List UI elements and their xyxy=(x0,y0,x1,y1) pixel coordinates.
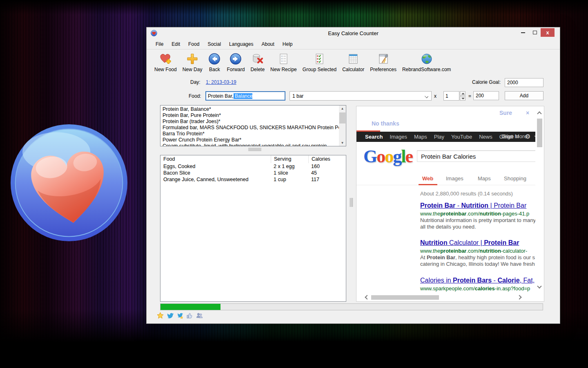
forward-arrow-icon xyxy=(229,52,242,65)
column-header-food[interactable]: Food xyxy=(160,155,271,163)
list-item[interactable]: Barra Trio Protein* xyxy=(163,131,346,137)
close-button[interactable]: x xyxy=(541,28,555,37)
cell-food: Bacon Slice xyxy=(160,170,271,176)
scrollbar-thumb[interactable] xyxy=(371,295,439,300)
gear-icon[interactable]: ⚙ xyxy=(525,133,530,140)
google-search-input[interactable]: Protein Bar Calories xyxy=(417,150,544,162)
tab-shopping[interactable]: Shopping xyxy=(504,175,526,182)
vertical-splitter[interactable] xyxy=(350,198,353,207)
food-table[interactable]: Food Serving Calories Eggs, Cooked 2 x 1… xyxy=(160,155,346,302)
table-row[interactable]: Bacon Slice 1 slice 45 xyxy=(160,170,346,176)
menu-languages[interactable]: Languages xyxy=(225,40,257,49)
sure-link[interactable]: Sure xyxy=(499,110,512,116)
cell-food: Eggs, Cooked xyxy=(160,163,271,170)
stepper-down-button[interactable] xyxy=(460,96,466,101)
result-title-link[interactable]: Protein Bar - Nutrition | Protein Bar xyxy=(420,202,536,209)
new-day-button[interactable]: New Day xyxy=(180,52,205,73)
browser-vertical-scrollbar[interactable] xyxy=(535,106,544,294)
menu-file[interactable]: File xyxy=(151,40,167,49)
menu-food[interactable]: Food xyxy=(184,40,203,49)
calories-input[interactable] xyxy=(473,91,499,100)
tab-web[interactable]: Web xyxy=(422,175,433,182)
heart-app-desktop-icon[interactable] xyxy=(10,123,128,247)
new-food-button[interactable]: New Food xyxy=(151,52,180,73)
rebrandsoftware-button[interactable]: RebrandSoftware.com xyxy=(399,52,454,73)
scrollbar-thumb[interactable] xyxy=(339,112,345,123)
quantity-input[interactable] xyxy=(443,91,459,101)
nav-youtube[interactable]: YouTube xyxy=(451,134,472,140)
toolbar-label: Forward xyxy=(227,67,245,72)
like-icon[interactable] xyxy=(186,312,193,319)
scroll-up-icon[interactable] xyxy=(537,111,541,116)
tab-maps[interactable]: Maps xyxy=(478,175,491,182)
scrollbar-thumb[interactable] xyxy=(537,119,542,147)
nav-images[interactable]: Images xyxy=(390,134,407,140)
no-thanks-link[interactable]: No thanks xyxy=(372,120,399,127)
calorie-goal-input[interactable] xyxy=(505,78,543,87)
menu-help[interactable]: Help xyxy=(278,40,297,49)
food-input[interactable]: Protein Bar, Balance xyxy=(205,91,285,101)
list-item[interactable]: Cream substitute, liquid, with hydrogena… xyxy=(163,143,346,146)
logo-letter: l xyxy=(401,146,405,166)
nav-news[interactable]: News xyxy=(479,134,492,140)
calculator-button[interactable]: Calculator xyxy=(339,52,367,73)
suggestions-listbox[interactable]: Protein Bar, Balance* Protein Bar, Pure … xyxy=(160,105,346,146)
preferences-button[interactable]: Preferences xyxy=(367,52,399,73)
result-title-link[interactable]: Calories in Protein Bars - Calorie, Fat, xyxy=(420,277,535,284)
tab-images[interactable]: Images xyxy=(446,175,463,182)
banner-close-icon[interactable]: × xyxy=(526,110,529,116)
list-item[interactable]: Protein Bar, Balance* xyxy=(163,106,346,112)
twitter-icon[interactable] xyxy=(167,312,174,319)
cell-serving: 1 slice xyxy=(271,170,308,176)
scroll-down-icon[interactable]: ▼ xyxy=(339,140,346,146)
serving-dropdown[interactable]: 1 bar xyxy=(290,91,432,101)
favorites-star-icon[interactable] xyxy=(157,312,164,319)
menu-social[interactable]: Social xyxy=(203,40,225,49)
scroll-up-icon[interactable]: ▲ xyxy=(339,105,346,112)
twitter-follow-icon[interactable] xyxy=(176,312,183,319)
table-row[interactable]: Orange Juice, Canned, Unsweetened 1 cup … xyxy=(160,176,346,183)
nav-search[interactable]: Search xyxy=(365,134,383,140)
list-item[interactable]: Protein Bar (trader Joes)* xyxy=(163,119,346,125)
scroll-down-icon[interactable] xyxy=(537,284,541,288)
group-selected-button[interactable]: Group Selected xyxy=(300,52,339,73)
horizontal-splitter[interactable] xyxy=(248,148,261,151)
menu-edit[interactable]: Edit xyxy=(167,40,184,49)
nav-maps[interactable]: Maps xyxy=(414,134,427,140)
list-item[interactable]: Formulated bar, MARS SNACKFOOD US, SNICK… xyxy=(163,125,346,131)
refer-friends-icon[interactable] xyxy=(196,312,203,319)
result-title-link[interactable]: Nutrition Calculator | Protein Bar xyxy=(420,239,535,247)
progress-fill xyxy=(160,304,220,310)
table-row[interactable]: Eggs, Cooked 2 x 1 egg 160 xyxy=(160,163,346,170)
browser-horizontal-scrollbar[interactable] xyxy=(356,294,535,301)
toolbar-label: RebrandSoftware.com xyxy=(402,67,451,72)
nav-play[interactable]: Play xyxy=(434,134,444,140)
back-arrow-icon xyxy=(208,52,221,65)
toolbar-label: Back xyxy=(209,67,220,72)
titlebar[interactable]: Easy Calorie Counter x xyxy=(147,27,560,39)
delete-button[interactable]: Delete xyxy=(247,52,267,73)
column-header-serving[interactable]: Serving xyxy=(271,155,308,163)
list-item[interactable]: Power Crunch Protein Energy Bar* xyxy=(163,137,346,143)
scroll-left-icon[interactable] xyxy=(365,295,369,299)
maximize-button[interactable] xyxy=(529,28,541,37)
search-result: Protein Bar - Nutrition | Protein Bar ww… xyxy=(420,202,536,230)
minimize-button[interactable] xyxy=(517,28,529,37)
add-button[interactable]: Add xyxy=(505,91,543,100)
stepper-up-button[interactable] xyxy=(460,91,466,96)
day-link[interactable]: 1: 2013-03-19 xyxy=(206,79,236,85)
new-recipe-button[interactable]: New Recipe xyxy=(267,52,300,73)
scroll-right-icon[interactable] xyxy=(517,295,521,299)
forward-button[interactable]: Forward xyxy=(224,52,247,73)
quantity-stepper[interactable] xyxy=(443,91,466,101)
toolbar-label: New Day xyxy=(183,67,203,72)
back-button[interactable]: Back xyxy=(205,52,224,73)
cell-calories: 160 xyxy=(308,163,346,170)
menu-about[interactable]: About xyxy=(257,40,278,49)
table-header[interactable]: Food Serving Calories xyxy=(160,155,346,163)
column-header-calories[interactable]: Calories xyxy=(308,155,346,163)
list-item[interactable]: Protein Bar, Pure Protein* xyxy=(163,112,346,119)
equals-label: = xyxy=(468,93,471,99)
suggestions-scrollbar[interactable]: ▲ ▼ xyxy=(339,105,346,146)
result-url: www.sparkpeople.com/calories-in.asp?food… xyxy=(420,285,535,292)
